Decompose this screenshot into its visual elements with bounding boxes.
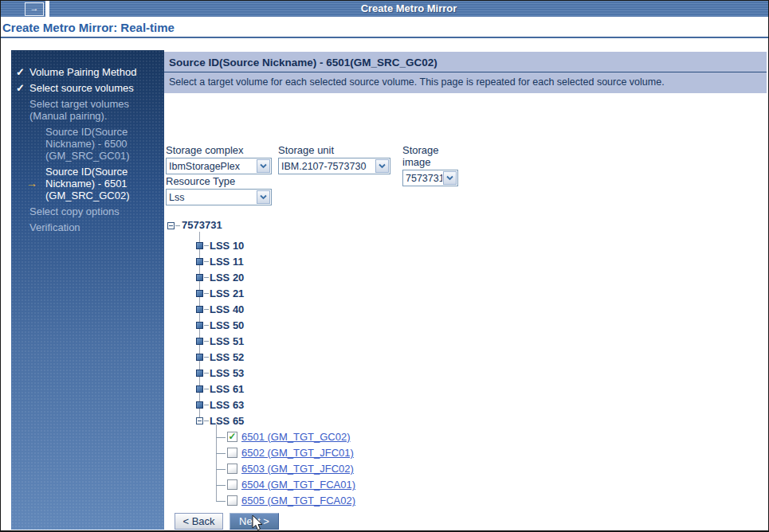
expand-expander-icon[interactable] [196,385,203,393]
expand-expander-icon[interactable] [196,290,203,297]
expand-expander-icon[interactable] [196,274,203,281]
checkmark-icon [228,432,237,441]
tree-dash [216,437,226,438]
volume-checkbox-checked[interactable] [227,432,237,442]
storage-image-select[interactable]: 7573731 [402,170,458,186]
volume-link[interactable]: 6505 (GM_TGT_FCA02) [241,493,355,509]
tree-dash [216,485,226,486]
tree-dash [204,373,209,374]
expand-expander-icon[interactable] [196,338,203,345]
expand-expander-icon[interactable] [196,322,203,329]
chevron-down-icon[interactable] [443,171,457,185]
tree-dash [204,325,209,326]
storage-image-value: 7573731 [403,173,442,184]
tree-node-label: LSS 63 [210,397,244,413]
resource-type-select[interactable]: Lss [166,189,272,205]
storage-image-label: Storage image [402,144,458,168]
field-storage-complex: Storage complex IbmStoragePlex [166,144,272,174]
field-resource-type: Resource Type Lss [166,175,272,205]
tree-row-lss: LSS 21 [164,286,499,302]
volume-link[interactable]: 6504 (GM_TGT_FCA01) [241,477,355,493]
tree-node-label: LSS 53 [210,366,244,381]
check-icon [16,82,25,94]
collapse-expander-icon[interactable] [196,417,203,424]
volume-link[interactable]: 6503 (GM_TGT_JFC02) [241,461,354,477]
storage-complex-value: IbmStoragePlex [167,161,256,172]
tree-node-label: LSS 50 [210,318,244,334]
volume-checkbox[interactable] [227,464,237,474]
arrow-right-icon[interactable] [25,2,44,16]
step-verification: Verification [16,221,159,233]
tree-dash [204,421,209,421]
back-button[interactable]: < Back [175,513,223,530]
volume-link[interactable]: 6501 (GM_TGT_GC02) [241,429,351,445]
tree-root-label: 7573731 [182,217,222,233]
content-area: Volume Pairing Method Select source volu… [1,38,768,530]
tree-row-lss: LSS 50 [164,318,499,334]
tree-dash [204,293,209,294]
step-label: Select source volumes [29,82,134,94]
window-title: Create Metro Mirror [49,2,768,14]
tree-row-lss: LSS 40 [164,302,499,318]
section-header: Source ID(Source Nickname) - 6501(GM_SRC… [164,52,767,93]
tree-node-label: LSS 10 [210,238,244,254]
volume-checkbox[interactable] [227,495,237,506]
check-icon [16,66,25,78]
tree-row-lss: LSS 61 [164,381,499,397]
resource-type-value: Lss [167,192,256,203]
collapse-expander-icon[interactable] [167,222,175,229]
expand-expander-icon[interactable] [196,258,203,265]
tree-row-lss: LSS 53 [164,366,499,381]
volume-checkbox[interactable] [227,448,237,458]
tree-dash [204,309,209,310]
tree-dash [175,225,180,226]
step-label: Verification [29,221,80,233]
section-divider [164,72,767,72]
tree-node-label: LSS 20 [210,270,244,286]
tree-node-label: LSS 40 [210,302,244,318]
tree-dash [204,277,209,278]
expand-expander-icon[interactable] [196,242,203,249]
expand-expander-icon[interactable] [196,370,203,377]
titlebar-left-segment [1,1,45,17]
next-button[interactable]: Next > [230,513,279,530]
titlebar-main-segment: Create Metro Mirror [49,1,768,17]
chevron-down-icon[interactable] [375,159,389,173]
volume-row: 6502 (GM_TGT_JFC01) [164,445,499,461]
storage-unit-label: Storage unit [278,144,390,156]
tree-dash [204,341,209,342]
tree-dash [204,405,209,405]
tree-dash [204,245,209,246]
tree-row-lss: LSS 52 [164,350,499,366]
tree-row-root: 7573731 [164,217,499,238]
step-select-target-volumes: Select target volumes (Manual pairing). [16,98,159,122]
expand-expander-icon[interactable] [196,354,203,361]
volume-link[interactable]: 6502 (GM_TGT_JFC01) [241,445,354,461]
chevron-down-icon[interactable] [257,159,270,173]
volume-row: 6501 (GM_TGT_GC02) [164,429,499,445]
storage-unit-select[interactable]: IBM.2107-7573730 [278,158,390,174]
page-title: Create Metro Mirror: Real-time [1,17,768,37]
tree-node-label: LSS 61 [210,381,244,397]
storage-complex-select[interactable]: IbmStoragePlex [166,158,272,174]
volume-checkbox[interactable] [227,479,237,490]
tree-dash [216,501,226,502]
field-storage-unit: Storage unit IBM.2107-7573730 [278,144,390,174]
create-metro-mirror-window: Create Metro Mirror Create Metro Mirror:… [0,0,769,532]
storage-unit-value: IBM.2107-7573730 [279,161,375,172]
step-volume-pairing-method: Volume Pairing Method [16,66,159,78]
section-subtitle: Select a target volume for each selected… [169,76,760,88]
volume-row: 6504 (GM_TGT_FCA01) [164,477,499,493]
titlebar: Create Metro Mirror [1,1,768,17]
tree-dash [204,357,209,358]
tree-node-label: LSS 65 [210,413,244,429]
tree-node-label: LSS 21 [210,286,244,302]
step-label: Select target volumes (Manual pairing). [29,98,129,122]
storage-complex-label: Storage complex [166,144,272,156]
chevron-down-icon[interactable] [257,190,270,204]
tree-dash [216,469,226,470]
expand-expander-icon[interactable] [196,401,203,409]
expand-expander-icon[interactable] [196,306,203,313]
volume-row: 6505 (GM_TGT_FCA02) [164,493,499,509]
step-source-6501-current: Source ID(Source Nickname) - 6501 (GM_SR… [16,166,159,201]
